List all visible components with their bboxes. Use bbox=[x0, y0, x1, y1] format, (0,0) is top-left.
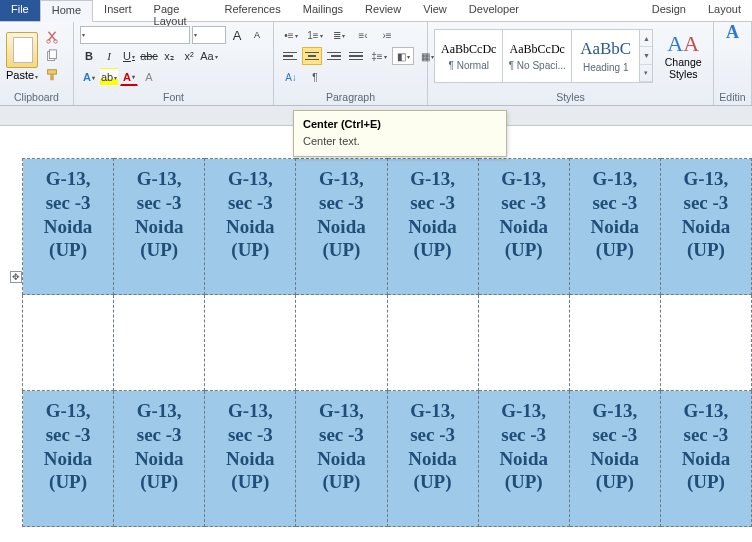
paste-label[interactable]: Paste bbox=[6, 69, 38, 81]
line-spacing-button[interactable]: ‡≡ bbox=[368, 47, 390, 65]
label-cell[interactable]: G-13,sec -3Noida(UP) bbox=[296, 159, 387, 295]
sort-button[interactable]: A↓ bbox=[280, 68, 302, 86]
label-cell[interactable]: G-13,sec -3Noida(UP) bbox=[205, 159, 296, 295]
font-size-select[interactable] bbox=[192, 26, 226, 44]
label-cell[interactable]: G-13,sec -3Noida(UP) bbox=[569, 391, 660, 527]
label-cell[interactable]: G-13,sec -3Noida(UP) bbox=[478, 159, 569, 295]
shrink-font-button[interactable]: A bbox=[248, 26, 266, 44]
tab-insert[interactable]: Insert bbox=[93, 0, 143, 21]
tooltip-title: Center (Ctrl+E) bbox=[303, 118, 497, 130]
labels-table[interactable]: G-13,sec -3Noida(UP)G-13,sec -3Noida(UP)… bbox=[22, 158, 752, 527]
svg-rect-4 bbox=[48, 70, 57, 74]
label-cell[interactable]: G-13,sec -3Noida(UP) bbox=[296, 391, 387, 527]
tab-developer[interactable]: Developer bbox=[458, 0, 530, 21]
strikethrough-button[interactable]: abc bbox=[140, 47, 158, 65]
justify-button[interactable] bbox=[346, 47, 366, 65]
label-cell[interactable]: G-13,sec -3Noida(UP) bbox=[660, 159, 751, 295]
underline-button[interactable]: U bbox=[120, 47, 138, 65]
style-normal[interactable]: AaBbCcDc ¶ Normal bbox=[434, 29, 503, 83]
ribbon-tabs: File Home Insert Page Layout References … bbox=[0, 0, 752, 22]
align-left-button[interactable] bbox=[280, 47, 300, 65]
label-cell[interactable] bbox=[205, 295, 296, 391]
svg-rect-3 bbox=[50, 50, 57, 59]
tab-references[interactable]: References bbox=[213, 0, 291, 21]
group-clipboard-label: Clipboard bbox=[0, 90, 73, 105]
tooltip-body: Center text. bbox=[303, 135, 497, 147]
increase-indent-button[interactable]: ›≡ bbox=[376, 26, 398, 44]
tab-layout[interactable]: Layout bbox=[697, 0, 752, 21]
numbering-button[interactable]: 1≡ bbox=[304, 26, 326, 44]
font-color-button[interactable]: A bbox=[120, 68, 138, 86]
label-cell[interactable]: G-13,sec -3Noida(UP) bbox=[205, 391, 296, 527]
group-editing-label: Editin bbox=[714, 90, 751, 105]
label-cell[interactable]: G-13,sec -3Noida(UP) bbox=[114, 391, 205, 527]
label-cell[interactable]: G-13,sec -3Noida(UP) bbox=[387, 159, 478, 295]
group-font-label: Font bbox=[74, 90, 273, 105]
subscript-button[interactable]: x₂ bbox=[160, 47, 178, 65]
tab-view[interactable]: View bbox=[412, 0, 458, 21]
tooltip-center: Center (Ctrl+E) Center text. bbox=[293, 110, 507, 157]
font-family-select[interactable] bbox=[80, 26, 190, 44]
style-heading1[interactable]: AaBbC Heading 1 bbox=[571, 29, 640, 83]
label-cell[interactable]: G-13,sec -3Noida(UP) bbox=[23, 391, 114, 527]
style-no-spacing[interactable]: AaBbCcDc ¶ No Spaci... bbox=[502, 29, 571, 83]
decrease-indent-button[interactable]: ≡‹ bbox=[352, 26, 374, 44]
svg-rect-5 bbox=[50, 74, 54, 80]
tab-mailings[interactable]: Mailings bbox=[292, 0, 354, 21]
align-center-button[interactable] bbox=[302, 47, 322, 65]
tab-design[interactable]: Design bbox=[641, 0, 697, 21]
shading-button[interactable]: ◧ bbox=[392, 47, 414, 65]
tab-file[interactable]: File bbox=[0, 0, 40, 21]
highlight-button[interactable]: ab bbox=[100, 68, 118, 86]
copy-icon[interactable] bbox=[44, 48, 60, 64]
label-cell[interactable]: G-13,sec -3Noida(UP) bbox=[387, 391, 478, 527]
clear-formatting-button[interactable]: A bbox=[140, 68, 158, 86]
tab-review[interactable]: Review bbox=[354, 0, 412, 21]
label-cell[interactable] bbox=[478, 295, 569, 391]
multilevel-button[interactable]: ≣ bbox=[328, 26, 350, 44]
table-move-handle[interactable]: ✥ bbox=[10, 271, 22, 283]
styles-gallery-nav[interactable]: ▲▼▾ bbox=[639, 29, 653, 83]
superscript-button[interactable]: x² bbox=[180, 47, 198, 65]
label-cell[interactable] bbox=[296, 295, 387, 391]
label-cell[interactable] bbox=[114, 295, 205, 391]
show-hide-button[interactable]: ¶ bbox=[304, 68, 326, 86]
italic-button[interactable]: I bbox=[100, 47, 118, 65]
tab-home[interactable]: Home bbox=[40, 0, 93, 22]
bold-button[interactable]: B bbox=[80, 47, 98, 65]
change-styles-button[interactable]: AA Change Styles bbox=[659, 28, 707, 84]
label-cell[interactable]: G-13,sec -3Noida(UP) bbox=[478, 391, 569, 527]
group-paragraph-label: Paragraph bbox=[274, 90, 427, 105]
label-cell[interactable] bbox=[569, 295, 660, 391]
tab-page-layout[interactable]: Page Layout bbox=[143, 0, 214, 21]
grow-font-button[interactable]: A bbox=[228, 26, 246, 44]
label-cell[interactable]: G-13,sec -3Noida(UP) bbox=[114, 159, 205, 295]
label-cell[interactable]: G-13,sec -3Noida(UP) bbox=[660, 391, 751, 527]
find-icon[interactable]: A bbox=[725, 24, 741, 40]
ribbon: Paste Clipboard A A B I bbox=[0, 22, 752, 106]
label-cell[interactable] bbox=[660, 295, 751, 391]
paste-button[interactable] bbox=[6, 32, 38, 68]
label-cell[interactable]: G-13,sec -3Noida(UP) bbox=[569, 159, 660, 295]
label-cell[interactable] bbox=[387, 295, 478, 391]
label-cell[interactable]: G-13,sec -3Noida(UP) bbox=[23, 159, 114, 295]
document-area: ✥ G-13,sec -3Noida(UP)G-13,sec -3Noida(U… bbox=[0, 126, 752, 542]
text-effects-button[interactable]: A bbox=[80, 68, 98, 86]
bullets-button[interactable]: •≡ bbox=[280, 26, 302, 44]
change-case-button[interactable]: Aa bbox=[200, 47, 218, 65]
label-cell[interactable] bbox=[23, 295, 114, 391]
format-painter-icon[interactable] bbox=[44, 67, 60, 83]
change-styles-icon: AA bbox=[667, 31, 699, 57]
group-styles-label: Styles bbox=[428, 90, 713, 105]
align-right-button[interactable] bbox=[324, 47, 344, 65]
cut-icon[interactable] bbox=[44, 29, 60, 45]
